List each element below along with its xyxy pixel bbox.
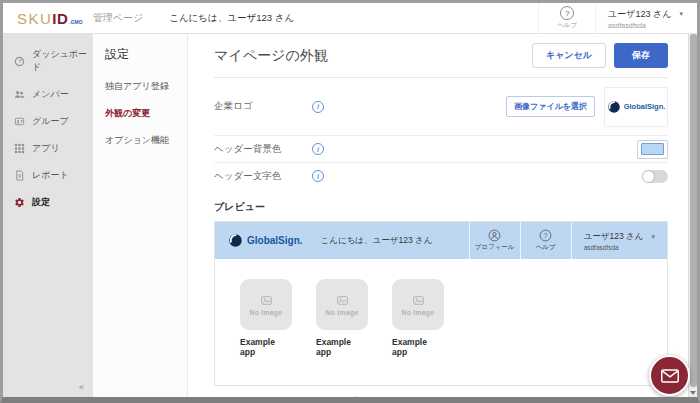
save-button[interactable]: 保存: [614, 43, 668, 68]
gear-icon: [14, 197, 25, 208]
preview-app: No Image Example app: [240, 279, 292, 357]
header-text-color-label: ヘッダー文字色: [214, 170, 300, 183]
logo-text-id: ID: [52, 10, 68, 27]
no-image-icon: [336, 294, 349, 307]
preview-help-button: ? ヘルプ: [520, 222, 571, 259]
globalsign-logo-icon: [607, 100, 621, 114]
info-icon[interactable]: i: [312, 101, 324, 113]
contact-fab-button[interactable]: [649, 355, 690, 396]
logo-text-sku: SKU: [17, 10, 52, 27]
sidebar-item-apps[interactable]: アプリ: [3, 135, 93, 162]
preview-greeting: こんにちは、ユーザ123 さん: [321, 222, 433, 259]
sidebar-item-label: ダッシュボード: [32, 48, 89, 74]
no-image-icon: [412, 294, 425, 307]
user-name: ユーザ123 さん: [608, 8, 671, 21]
sidebar-collapse-button[interactable]: «: [79, 382, 84, 392]
copyright-text: © 2007-2017 GMO GlobalSign K.K. All righ…: [188, 396, 688, 397]
chevron-down-icon: ▾: [679, 10, 683, 18]
header-text-color-row: ヘッダー文字色 i: [214, 163, 668, 189]
preview-brand-text: GlobalSign.: [247, 235, 303, 246]
preview-header-bar: GlobalSign. こんにちは、ユーザ123 さん プロフィール ? ヘルプ: [215, 222, 667, 259]
profile-icon: [488, 229, 501, 242]
user-menu[interactable]: ユーザ123 さん ▾ asdfasdfsda: [595, 3, 697, 33]
company-logo-row: 企業ロゴ i 画像ファイルを選択 GlobalSign.: [214, 78, 668, 136]
preview-pane: GlobalSign. こんにちは、ユーザ123 さん プロフィール ? ヘルプ: [214, 221, 668, 386]
sidebar-item-label: アプリ: [32, 142, 60, 155]
preview-app: No Image Example app: [316, 279, 368, 357]
help-label: ヘルプ: [557, 21, 577, 30]
logo-suffix-gmo: .GMO: [69, 19, 82, 25]
subnav-item-options[interactable]: オプション機能: [93, 127, 187, 154]
sidebar-item-members[interactable]: メンバー: [3, 81, 93, 108]
groups-icon: [14, 116, 25, 127]
app-name: Example app: [240, 337, 292, 357]
preview-user-menu: ユーザ123 さん ▾ asdfasdfsda: [571, 222, 667, 259]
app-tile: No Image: [392, 279, 444, 330]
globalsign-logo-text: GlobalSign.: [624, 102, 666, 111]
top-bar: SKU ID .GMO 管理ページ こんにちは、ユーザ123 さん ? ヘルプ …: [3, 3, 697, 34]
reports-icon: [14, 170, 25, 181]
page-title: マイページの外観: [214, 47, 532, 65]
subnav-item-custom-app[interactable]: 独自アプリ登録: [93, 73, 187, 100]
app-window: SKU ID .GMO 管理ページ こんにちは、ユーザ123 さん ? ヘルプ …: [0, 0, 700, 403]
app-name: Example app: [316, 337, 368, 357]
settings-subnav: 設定 独自アプリ登録 外観の変更 オプション機能: [93, 34, 188, 397]
scrollbar[interactable]: [688, 34, 697, 397]
scrollbar-thumb[interactable]: [690, 34, 697, 387]
header-bg-color-label: ヘッダー背景色: [214, 143, 300, 156]
sidebar-item-label: メンバー: [32, 88, 69, 101]
sidebar-item-label: 設定: [32, 196, 50, 209]
header-bg-color-swatch[interactable]: [637, 140, 668, 159]
preview-user-org: asdfasdfsda: [584, 244, 655, 251]
apps-icon: [14, 143, 25, 154]
members-icon: [14, 89, 25, 100]
svg-text:?: ?: [544, 232, 548, 239]
toggle-knob: [643, 171, 654, 182]
no-image-text: No Image: [326, 309, 359, 316]
dashboard-icon: [14, 56, 25, 67]
main-sidebar: ダッシュボード メンバー グループ アプリ レポート: [3, 34, 93, 397]
cancel-button[interactable]: キャンセル: [532, 43, 606, 68]
preview-help-label: ヘルプ: [536, 243, 556, 252]
chevron-down-icon: ▾: [651, 233, 655, 241]
preview-profile-button: プロフィール: [469, 222, 520, 259]
page-header: マイページの外観 キャンセル 保存: [214, 34, 668, 78]
question-icon: ?: [539, 229, 552, 242]
globalsign-logo-icon: [228, 233, 243, 248]
sidebar-item-reports[interactable]: レポート: [3, 162, 93, 189]
no-image-icon: [260, 294, 273, 307]
app-tile: No Image: [316, 279, 368, 330]
skuid-logo: SKU ID .GMO: [17, 10, 83, 27]
app-name: Example app: [392, 337, 444, 357]
info-icon[interactable]: i: [312, 143, 324, 155]
topbar-greeting: こんにちは、ユーザ123 さん: [169, 12, 294, 25]
preview-app: No Image Example app: [392, 279, 444, 357]
preview-user-name: ユーザ123 さん: [584, 231, 644, 243]
sidebar-item-label: グループ: [32, 115, 69, 128]
question-icon: ?: [560, 6, 574, 20]
sidebar-item-settings[interactable]: 設定: [3, 189, 93, 216]
info-icon[interactable]: i: [312, 170, 324, 182]
user-org: asdfasdfsda: [608, 22, 683, 29]
sidebar-item-label: レポート: [32, 169, 69, 182]
sidebar-item-groups[interactable]: グループ: [3, 108, 93, 135]
no-image-text: No Image: [250, 309, 283, 316]
envelope-icon: [661, 369, 679, 383]
admin-page-label: 管理ページ: [93, 11, 143, 25]
preview-spacer: [432, 222, 468, 259]
subnav-item-appearance[interactable]: 外観の変更: [93, 100, 187, 127]
main-content: マイページの外観 キャンセル 保存 企業ロゴ i 画像ファイルを選択 Globa…: [188, 34, 697, 397]
select-image-file-button[interactable]: 画像ファイルを選択: [506, 96, 595, 117]
scroll-down-icon[interactable]: [690, 391, 696, 395]
header-text-color-toggle[interactable]: [642, 170, 668, 183]
company-logo-preview: GlobalSign.: [604, 87, 668, 127]
header-bg-color-row: ヘッダー背景色 i: [214, 136, 668, 163]
preview-apps-area: No Image Example app No Image Example ap…: [215, 259, 667, 385]
help-button[interactable]: ? ヘルプ: [538, 3, 595, 33]
sidebar-item-dashboard[interactable]: ダッシュボード: [3, 41, 93, 81]
preview-profile-label: プロフィール: [475, 243, 515, 252]
no-image-text: No Image: [402, 309, 435, 316]
swatch-color: [641, 143, 664, 155]
preview-section-label: プレビュー: [214, 200, 668, 214]
app-tile: No Image: [240, 279, 292, 330]
